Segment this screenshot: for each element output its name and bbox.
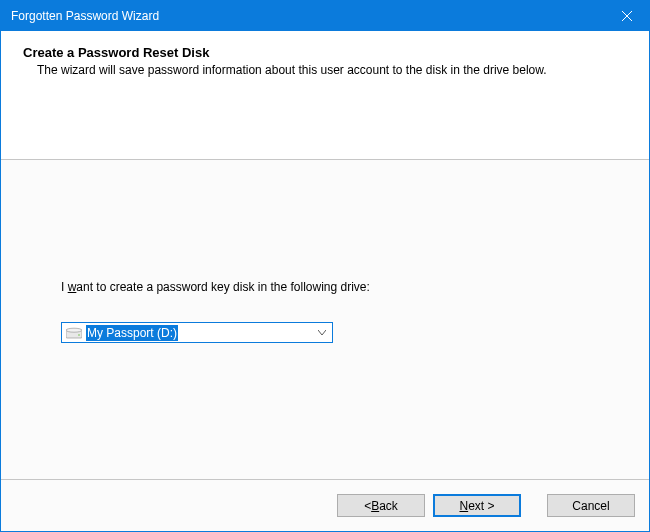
prompt-text-post: ant to create a password key disk in the… <box>76 280 369 294</box>
titlebar: Forgotten Password Wizard <box>1 1 649 31</box>
drive-select[interactable]: My Passport (D:) <box>61 322 333 343</box>
close-icon <box>622 11 632 21</box>
chevron-down-icon <box>314 330 330 336</box>
back-button[interactable]: < Back <box>337 494 425 517</box>
wizard-content: I want to create a password key disk in … <box>1 160 649 479</box>
window-title: Forgotten Password Wizard <box>11 9 159 23</box>
back-accelerator: B <box>371 499 379 513</box>
close-button[interactable] <box>604 1 649 31</box>
drive-prompt: I want to create a password key disk in … <box>61 280 589 294</box>
back-prefix: < <box>364 499 371 513</box>
next-accelerator: N <box>459 499 468 513</box>
svg-point-4 <box>78 334 80 336</box>
wizard-header: Create a Password Reset Disk The wizard … <box>1 31 649 160</box>
page-subtitle: The wizard will save password informatio… <box>37 62 617 78</box>
cancel-label: Cancel <box>572 499 609 513</box>
page-title: Create a Password Reset Disk <box>23 45 617 60</box>
back-suffix: ack <box>379 499 398 513</box>
next-suffix: ext > <box>468 499 494 513</box>
svg-point-3 <box>66 328 82 332</box>
drive-icon <box>66 327 82 339</box>
wizard-footer: < Back Next > Cancel <box>1 479 649 531</box>
wizard-window: Forgotten Password Wizard Create a Passw… <box>0 0 650 532</box>
next-button[interactable]: Next > <box>433 494 521 517</box>
prompt-text-pre: I <box>61 280 68 294</box>
cancel-button[interactable]: Cancel <box>547 494 635 517</box>
drive-selected-value: My Passport (D:) <box>86 325 178 341</box>
